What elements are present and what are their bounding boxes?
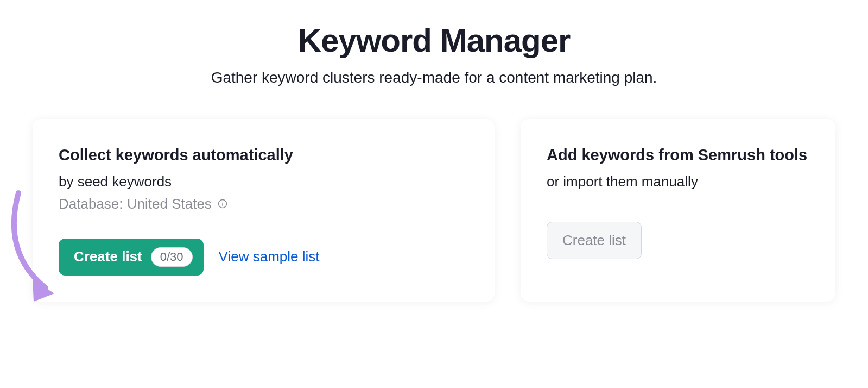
card-add-from-tools: Add keywords from Semrush tools or impor… — [521, 119, 835, 302]
create-list-badge: 0/30 — [151, 247, 193, 267]
svg-point-2 — [222, 202, 223, 203]
card-left-subtitle: by seed keywords — [59, 173, 468, 190]
page-subtitle: Gather keyword clusters ready-made for a… — [33, 69, 835, 86]
card-right-title: Add keywords from Semrush tools — [547, 145, 809, 166]
view-sample-list-link[interactable]: View sample list — [219, 248, 320, 265]
create-list-primary-button[interactable]: Create list 0/30 — [59, 239, 204, 276]
card-right-subtitle: or import them manually — [547, 173, 809, 190]
card-left-actions: Create list 0/30 View sample list — [59, 239, 468, 276]
card-left-database: Database: United States — [59, 196, 468, 212]
database-label: Database: United States — [59, 196, 212, 212]
page-title: Keyword Manager — [33, 22, 835, 59]
create-list-secondary-button[interactable]: Create list — [547, 222, 642, 259]
create-list-primary-label: Create list — [74, 248, 142, 265]
info-icon[interactable] — [217, 198, 228, 209]
card-left-title: Collect keywords automatically — [59, 145, 468, 166]
cards-container: Collect keywords automatically by seed k… — [33, 119, 835, 302]
page-header: Keyword Manager Gather keyword clusters … — [33, 22, 835, 86]
card-collect-automatically: Collect keywords automatically by seed k… — [33, 119, 495, 302]
create-list-secondary-label: Create list — [562, 232, 626, 249]
